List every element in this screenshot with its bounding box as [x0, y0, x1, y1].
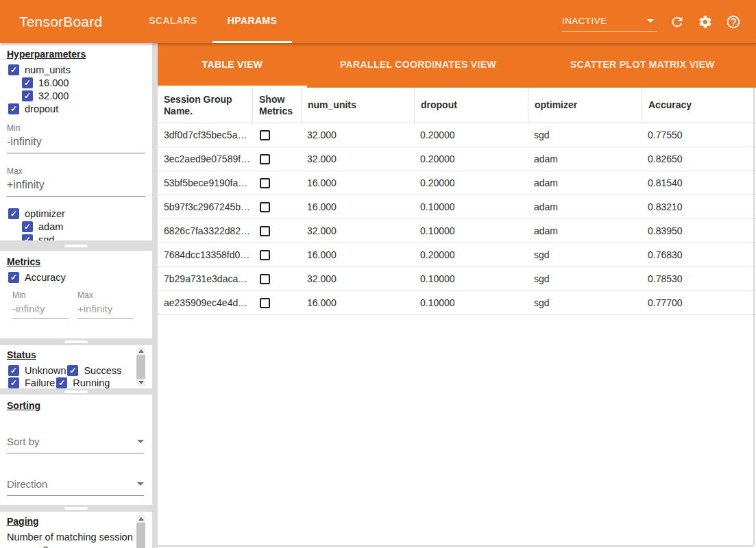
show-metrics-checkbox[interactable]: [260, 178, 270, 188]
col-optimizer: optimizer: [528, 88, 642, 123]
show-metrics-checkbox[interactable]: [260, 130, 270, 140]
dropout-cell: 0.10000: [414, 225, 528, 236]
dropdown-caret-icon: [647, 19, 654, 23]
status-option-running: ✓ Running: [56, 377, 110, 388]
settings-gear-icon[interactable]: [698, 14, 713, 29]
scrollbar-thumb[interactable]: [136, 355, 145, 379]
optimizer-cell: sgd: [528, 273, 642, 284]
checkbox-checked-icon[interactable]: ✓: [8, 377, 19, 388]
app-header: TensorBoard SCALARS HPARAMS INACTIVE: [0, 0, 756, 43]
tab-hparams[interactable]: HPARAMS: [212, 0, 293, 43]
table-header: Session Group Name. Show Metrics num_uni…: [158, 88, 756, 123]
checkbox-label: 16.000: [38, 77, 69, 88]
checkbox-label: num_units: [25, 64, 71, 75]
main-scrollbar-track-vertical[interactable]: [753, 88, 755, 545]
dropout-cell: 0.10000: [414, 273, 528, 284]
show-metrics-checkbox[interactable]: [260, 274, 270, 284]
checkbox-checked-icon[interactable]: ✓: [8, 103, 19, 114]
dropdown-caret-icon: [137, 440, 144, 443]
checkbox-checked-icon[interactable]: ✓: [22, 221, 33, 232]
status-mode-select[interactable]: INACTIVE: [562, 16, 657, 32]
status-row: ✓ Failure ✓ Running: [8, 377, 152, 388]
checkbox-checked-icon[interactable]: ✓: [22, 90, 33, 101]
drag-handle[interactable]: [64, 390, 88, 393]
tab-table-view[interactable]: TABLE VIEW: [158, 43, 307, 88]
num-units-cell: 32.000: [301, 153, 414, 164]
checkbox-checked-icon[interactable]: ✓: [56, 377, 67, 388]
max-label: Max: [7, 166, 145, 176]
status-option-unknown: ✓ Unknown: [8, 365, 66, 376]
table-body: 3df0d7cf35bec5a… 32.000 0.20000 sgd 0.77…: [158, 123, 756, 315]
drag-handle[interactable]: [64, 245, 88, 247]
section-divider: [0, 505, 152, 512]
optimizer-cell: sgd: [528, 249, 642, 260]
status-row: ✓ Unknown ✓ Success: [8, 364, 152, 377]
drag-handle[interactable]: [64, 507, 88, 510]
dropout-cell: 0.20000: [414, 249, 528, 260]
paging-scrollbar[interactable]: [136, 515, 145, 548]
main-scrollbar-track-horizontal[interactable]: [158, 545, 753, 547]
num-units-cell: 32.000: [301, 225, 414, 236]
show-metrics-cell: [252, 226, 301, 236]
dropout-cell: 0.10000: [414, 201, 528, 212]
table-row: ae235909ec4e4d… 16.000 0.10000 sgd 0.777…: [158, 291, 756, 315]
scroll-up-icon[interactable]: [138, 349, 144, 353]
min-input[interactable]: -infinity: [12, 300, 69, 319]
show-metrics-checkbox[interactable]: [260, 250, 270, 260]
show-metrics-checkbox[interactable]: [260, 226, 270, 236]
drag-handle[interactable]: [64, 340, 88, 343]
session-group-name-cell: ae235909ec4e4d…: [158, 297, 252, 308]
paging-section: Paging Number of matching session groups…: [0, 512, 152, 548]
checkbox-label: optimizer: [25, 208, 65, 219]
optimizer-cell: adam: [528, 153, 642, 164]
tab-scalars[interactable]: SCALARS: [134, 0, 212, 43]
direction-select[interactable]: Direction: [7, 478, 144, 496]
min-input[interactable]: -infinity: [7, 133, 145, 153]
max-input[interactable]: +infinity: [7, 176, 145, 197]
checkbox-checked-icon[interactable]: ✓: [8, 64, 19, 75]
min-label: Min: [7, 123, 145, 133]
table-row: 3df0d7cf35bec5a… 32.000 0.20000 sgd 0.77…: [158, 123, 756, 147]
hparam-value-32: ✓ 32.000: [22, 90, 152, 102]
hparam-row-num-units: ✓ num_units: [8, 64, 152, 76]
col-show-metrics: Show Metrics: [252, 88, 301, 123]
help-icon[interactable]: [726, 14, 741, 29]
checkbox-checked-icon[interactable]: ✓: [8, 365, 19, 376]
scroll-up-icon[interactable]: [138, 517, 144, 521]
accuracy-cell: 0.82650: [642, 153, 756, 164]
checkbox-checked-icon[interactable]: ✓: [22, 234, 33, 240]
status-scrollbar[interactable]: [136, 347, 145, 386]
session-group-name-cell: 6826c7fa3322d82…: [158, 225, 252, 236]
show-metrics-checkbox[interactable]: [260, 298, 270, 308]
scroll-down-icon[interactable]: [138, 381, 144, 384]
table-row: 7684dcc13358fd0… 16.000 0.20000 sgd 0.76…: [158, 243, 756, 267]
tab-hparams-label: HPARAMS: [228, 15, 278, 26]
session-group-name-cell: 53bf5bece9190fa…: [158, 177, 252, 188]
show-metrics-checkbox[interactable]: [260, 154, 270, 164]
optimizer-cell: sgd: [528, 129, 642, 140]
tab-scatter-plot-matrix-view[interactable]: SCATTER PLOT MATRIX VIEW: [529, 43, 756, 88]
section-divider: [0, 338, 152, 345]
checkbox-checked-icon[interactable]: ✓: [67, 365, 78, 376]
num-units-cell: 32.000: [301, 273, 414, 284]
sort-by-select[interactable]: Sort by: [7, 436, 144, 453]
paging-summary: Number of matching session groups: 8: [7, 531, 134, 548]
section-divider: [0, 388, 152, 395]
hparam-row-optimizer: ✓ optimizer: [8, 208, 152, 220]
session-group-name-cell: 5b97f3c2967245b…: [158, 201, 252, 212]
tensorboard-app: TensorBoard SCALARS HPARAMS INACTIVE: [0, 0, 756, 548]
max-input[interactable]: +infinity: [77, 300, 134, 319]
checkbox-label: Unknown: [25, 365, 66, 376]
show-metrics-cell: [252, 298, 301, 308]
app-title: TensorBoard: [19, 14, 102, 30]
checkbox-checked-icon[interactable]: ✓: [8, 208, 19, 219]
refresh-icon[interactable]: [670, 14, 685, 29]
status-section: Status ✓ Unknown ✓ Success: [0, 345, 152, 388]
tab-parallel-coordinates-view[interactable]: PARALLEL COORDINATES VIEW: [307, 43, 529, 88]
direction-value: Direction: [7, 478, 47, 490]
show-metrics-checkbox[interactable]: [260, 202, 270, 212]
checkbox-checked-icon[interactable]: ✓: [22, 77, 33, 88]
scrollbar-thumb[interactable]: [136, 523, 145, 548]
tab-label: PARALLEL COORDINATES VIEW: [340, 59, 496, 70]
checkbox-checked-icon[interactable]: ✓: [8, 272, 19, 283]
